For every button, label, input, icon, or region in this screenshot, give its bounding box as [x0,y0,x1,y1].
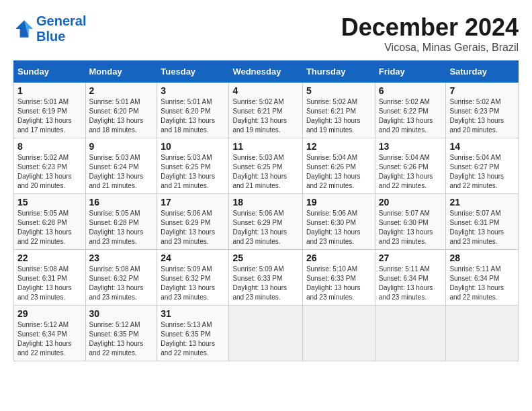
day-number: 16 [89,197,154,208]
day-info: Sunrise: 5:05 AM Sunset: 6:28 PM Dayligh… [17,209,82,246]
day-number: 22 [17,253,82,263]
day-number: 26 [306,253,371,263]
calendar-cell [229,306,302,361]
calendar-cell: 3 Sunrise: 5:01 AM Sunset: 6:20 PM Dayli… [157,83,229,138]
calendar-cell: 22 Sunrise: 5:08 AM Sunset: 6:31 PM Dayl… [14,250,86,306]
day-number: 25 [232,253,298,263]
calendar-week-1: 1 Sunrise: 5:01 AM Sunset: 6:19 PM Dayli… [14,83,519,138]
day-info: Sunrise: 5:04 AM Sunset: 6:26 PM Dayligh… [306,153,371,191]
calendar-cell: 19 Sunrise: 5:06 AM Sunset: 6:30 PM Dayl… [302,194,375,250]
day-info: Sunrise: 5:02 AM Sunset: 6:22 PM Dayligh… [379,97,443,135]
calendar-cell: 11 Sunrise: 5:03 AM Sunset: 6:25 PM Dayl… [229,138,302,194]
day-info: Sunrise: 5:02 AM Sunset: 6:23 PM Dayligh… [17,153,82,191]
calendar-cell: 5 Sunrise: 5:02 AM Sunset: 6:21 PM Dayli… [302,83,375,138]
day-number: 18 [232,197,298,208]
calendar-cell: 12 Sunrise: 5:04 AM Sunset: 6:26 PM Dayl… [302,138,375,194]
day-info: Sunrise: 5:02 AM Sunset: 6:21 PM Dayligh… [232,97,298,135]
day-info: Sunrise: 5:10 AM Sunset: 6:33 PM Dayligh… [306,265,371,302]
day-info: Sunrise: 5:03 AM Sunset: 6:24 PM Dayligh… [89,153,154,191]
calendar-cell: 17 Sunrise: 5:06 AM Sunset: 6:29 PM Dayl… [157,194,229,250]
day-number: 4 [232,85,298,96]
day-info: Sunrise: 5:11 AM Sunset: 6:34 PM Dayligh… [449,265,515,302]
calendar-cell: 23 Sunrise: 5:08 AM Sunset: 6:32 PM Dayl… [85,250,157,306]
day-info: Sunrise: 5:09 AM Sunset: 6:32 PM Dayligh… [161,265,225,302]
day-info: Sunrise: 5:12 AM Sunset: 6:35 PM Dayligh… [89,320,154,358]
calendar-cell: 1 Sunrise: 5:01 AM Sunset: 6:19 PM Dayli… [14,83,86,138]
calendar-cell: 18 Sunrise: 5:06 AM Sunset: 6:29 PM Dayl… [229,194,302,250]
day-info: Sunrise: 5:06 AM Sunset: 6:29 PM Dayligh… [161,209,225,246]
day-info: Sunrise: 5:12 AM Sunset: 6:34 PM Dayligh… [17,320,82,358]
day-number: 2 [89,85,154,96]
day-number: 29 [17,308,82,319]
day-number: 3 [161,85,225,96]
day-number: 6 [379,85,443,96]
calendar-cell: 30 Sunrise: 5:12 AM Sunset: 6:35 PM Dayl… [85,306,157,361]
calendar-week-2: 8 Sunrise: 5:02 AM Sunset: 6:23 PM Dayli… [14,138,519,194]
day-number: 1 [17,85,82,96]
day-info: Sunrise: 5:01 AM Sunset: 6:19 PM Dayligh… [17,97,82,135]
calendar-cell: 24 Sunrise: 5:09 AM Sunset: 6:32 PM Dayl… [157,250,229,306]
day-info: Sunrise: 5:13 AM Sunset: 6:35 PM Dayligh… [161,320,225,358]
calendar-cell: 20 Sunrise: 5:07 AM Sunset: 6:30 PM Dayl… [375,194,446,250]
calendar-cell: 8 Sunrise: 5:02 AM Sunset: 6:23 PM Dayli… [14,138,86,194]
calendar-cell: 7 Sunrise: 5:02 AM Sunset: 6:23 PM Dayli… [446,83,519,138]
logo-icon [13,18,35,40]
calendar-week-4: 22 Sunrise: 5:08 AM Sunset: 6:31 PM Dayl… [14,250,519,306]
day-info: Sunrise: 5:03 AM Sunset: 6:25 PM Dayligh… [232,153,298,191]
col-tuesday: Tuesday [157,61,229,83]
calendar-cell [302,306,375,361]
calendar-cell [375,306,446,361]
calendar-cell: 16 Sunrise: 5:05 AM Sunset: 6:28 PM Dayl… [85,194,157,250]
title-area: December 2024 Vicosa, Minas Gerais, Braz… [341,13,519,54]
calendar-cell: 29 Sunrise: 5:12 AM Sunset: 6:34 PM Dayl… [14,306,86,361]
calendar-cell [446,306,519,361]
calendar-body: 1 Sunrise: 5:01 AM Sunset: 6:19 PM Dayli… [14,83,519,361]
logo: General Blue [13,13,86,44]
col-thursday: Thursday [302,61,375,83]
day-info: Sunrise: 5:08 AM Sunset: 6:31 PM Dayligh… [17,265,82,302]
day-number: 9 [89,141,154,152]
day-number: 5 [306,85,371,96]
day-info: Sunrise: 5:01 AM Sunset: 6:20 PM Dayligh… [161,97,225,135]
calendar-cell: 28 Sunrise: 5:11 AM Sunset: 6:34 PM Dayl… [446,250,519,306]
day-number: 13 [379,141,443,152]
day-info: Sunrise: 5:07 AM Sunset: 6:31 PM Dayligh… [449,209,515,246]
day-info: Sunrise: 5:02 AM Sunset: 6:23 PM Dayligh… [449,97,515,135]
location-subtitle: Vicosa, Minas Gerais, Brazil [341,42,519,54]
calendar-week-5: 29 Sunrise: 5:12 AM Sunset: 6:34 PM Dayl… [14,306,519,361]
calendar-cell: 25 Sunrise: 5:09 AM Sunset: 6:33 PM Dayl… [229,250,302,306]
day-number: 7 [449,85,515,96]
day-info: Sunrise: 5:01 AM Sunset: 6:20 PM Dayligh… [89,97,154,135]
day-number: 10 [161,141,225,152]
calendar-cell: 14 Sunrise: 5:04 AM Sunset: 6:27 PM Dayl… [446,138,519,194]
day-number: 15 [17,197,82,208]
day-number: 20 [379,197,443,208]
day-number: 11 [232,141,298,152]
calendar-cell: 6 Sunrise: 5:02 AM Sunset: 6:22 PM Dayli… [375,83,446,138]
day-number: 21 [449,197,515,208]
day-number: 23 [89,253,154,263]
col-friday: Friday [375,61,446,83]
calendar-cell: 13 Sunrise: 5:04 AM Sunset: 6:26 PM Dayl… [375,138,446,194]
day-info: Sunrise: 5:03 AM Sunset: 6:25 PM Dayligh… [161,153,225,191]
day-number: 17 [161,197,225,208]
calendar-cell: 27 Sunrise: 5:11 AM Sunset: 6:34 PM Dayl… [375,250,446,306]
day-info: Sunrise: 5:04 AM Sunset: 6:26 PM Dayligh… [379,153,443,191]
col-saturday: Saturday [446,61,519,83]
calendar-cell: 26 Sunrise: 5:10 AM Sunset: 6:33 PM Dayl… [302,250,375,306]
logo-text: General Blue [36,13,86,44]
day-info: Sunrise: 5:05 AM Sunset: 6:28 PM Dayligh… [89,209,154,246]
day-number: 27 [379,253,443,263]
calendar-week-3: 15 Sunrise: 5:05 AM Sunset: 6:28 PM Dayl… [14,194,519,250]
day-info: Sunrise: 5:11 AM Sunset: 6:34 PM Dayligh… [379,265,443,302]
col-sunday: Sunday [14,61,86,83]
day-info: Sunrise: 5:04 AM Sunset: 6:27 PM Dayligh… [449,153,515,191]
month-title: December 2024 [341,13,519,42]
day-info: Sunrise: 5:06 AM Sunset: 6:30 PM Dayligh… [306,209,371,246]
calendar-cell: 2 Sunrise: 5:01 AM Sunset: 6:20 PM Dayli… [85,83,157,138]
day-info: Sunrise: 5:09 AM Sunset: 6:33 PM Dayligh… [232,265,298,302]
header-row: Sunday Monday Tuesday Wednesday Thursday… [14,61,519,83]
day-number: 24 [161,253,225,263]
col-monday: Monday [85,61,157,83]
day-number: 30 [89,308,154,319]
